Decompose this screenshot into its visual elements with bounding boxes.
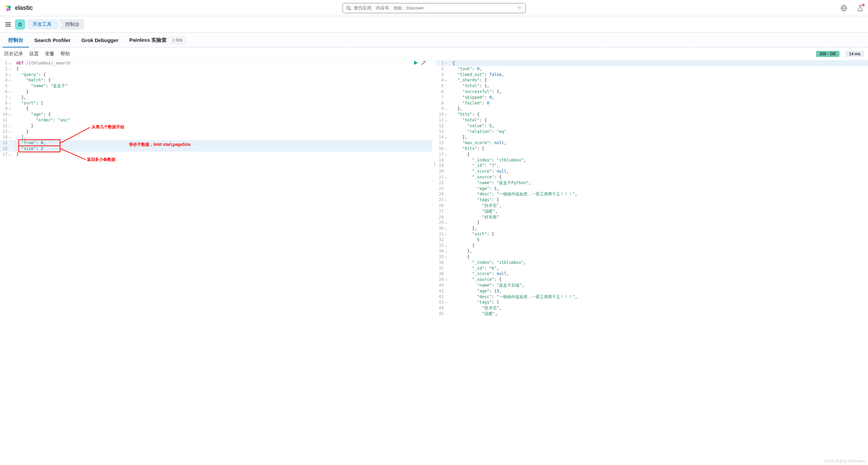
code-line: 18 "_index": "itbluebox", <box>436 157 868 163</box>
code-line[interactable]: 15 "from": 0, <box>0 140 432 146</box>
code-line: 37 "_id": "6", <box>436 266 868 271</box>
code-line[interactable]: 10▾ "age": { <box>0 112 432 117</box>
code-line: 38 "_score": null, <box>436 271 868 277</box>
response-status: 200 - OK <box>816 51 839 57</box>
code-line: 41 "age": 13, <box>436 288 868 294</box>
svg-point-2 <box>6 8 9 11</box>
code-line[interactable]: 14▴ ], <box>0 134 432 140</box>
tab-painless-lab[interactable]: Painless 实验室 公测版 <box>124 33 191 47</box>
svg-point-0 <box>6 5 8 8</box>
code-line: 16▾ "hits": [ <box>436 146 868 152</box>
code-line[interactable]: 11 "order": "asc" <box>0 117 432 123</box>
svg-point-1 <box>8 5 11 8</box>
code-line: 43▾ "tags": [ <box>436 299 868 305</box>
code-line: 11▾ "total": { <box>436 117 868 123</box>
response-time: 14 ms <box>846 51 864 57</box>
search-placeholder: 查找应用、内容等。例如：Discover <box>354 5 424 11</box>
code-line[interactable]: 1▾GET /itbluebox/_search <box>0 60 432 66</box>
toolbar-history[interactable]: 历史记录 <box>4 51 23 57</box>
code-line: 21▾ "_source": { <box>436 174 868 180</box>
code-line[interactable]: 12▴ } <box>0 123 432 129</box>
svg-line-5 <box>349 9 351 10</box>
code-line: 34▴ }, <box>436 248 868 254</box>
code-line: 26 "技术宅", <box>436 203 868 209</box>
code-line: 1▾{ <box>436 60 868 66</box>
toolbar-variables[interactable]: 变量 <box>45 51 54 57</box>
code-line: 35▾ { <box>436 254 868 260</box>
code-line: 12 "value": 5, <box>436 123 868 129</box>
code-line: 29▴ ] <box>436 220 868 226</box>
code-line: 42 "desc": "一顿操作猛如虎，一看工资两千五！！！", <box>436 294 868 300</box>
nav-toggle-icon[interactable] <box>4 20 12 28</box>
code-line: 33▴ ] <box>436 243 868 249</box>
code-line[interactable]: 2▾{ <box>0 66 432 72</box>
response-viewer[interactable]: 1▾{2 "took": 0,3 "timed_out": false,4▾ "… <box>436 60 868 465</box>
space-selector[interactable]: D <box>15 19 25 30</box>
code-line[interactable]: 4▾ "match": { <box>0 77 432 83</box>
newsfeed-icon[interactable] <box>840 4 848 12</box>
elastic-logo[interactable]: elastic <box>4 4 33 12</box>
request-editor[interactable]: 1▾GET /itbluebox/_search2▾{3▾ "query": {… <box>0 60 432 465</box>
request-code[interactable]: 1▾GET /itbluebox/_search2▾{3▾ "query": {… <box>0 60 432 157</box>
dev-tools-tabs: 控制台 Search Profiler Grok Debugger Painle… <box>0 33 868 47</box>
code-line: 23 "age": 5, <box>436 186 868 192</box>
code-line: 7 "skipped": 0, <box>436 95 868 100</box>
tab-grok-debugger[interactable]: Grok Debugger <box>76 33 124 47</box>
toolbar-settings[interactable]: 设置 <box>29 51 39 57</box>
code-line: 40 "name": "蓝盒子后端", <box>436 283 868 288</box>
search-shortcut: ^/ <box>517 5 522 11</box>
code-line: 22 "name": "蓝盒子Python", <box>436 180 868 186</box>
code-line: 9▴ }, <box>436 106 868 112</box>
tab-console[interactable]: 控制台 <box>3 33 29 47</box>
code-line[interactable]: 3▾ "query": { <box>0 72 432 78</box>
watermark: CSDN @蓝盒子itbluebox <box>824 459 865 464</box>
svg-marker-12 <box>414 61 418 65</box>
annotation-label-from: 从第几个数据开始 <box>92 124 124 130</box>
code-line: 10▾ "hits": { <box>436 112 868 117</box>
svg-point-3 <box>9 8 11 11</box>
breadcrumb-row: D 开发工具 控制台 <box>0 16 868 33</box>
code-line: 45 "温暖", <box>436 311 868 317</box>
svg-point-4 <box>347 6 350 9</box>
code-line: 32 5 <box>436 237 868 243</box>
console-editors: 1▾GET /itbluebox/_search2▾{3▾ "query": {… <box>0 60 868 465</box>
beta-badge: 公测版 <box>169 37 185 44</box>
code-line: 15 "max_score": null, <box>436 140 868 146</box>
breadcrumb-console[interactable]: 控制台 <box>58 19 84 30</box>
code-line: 44 "技术宅", <box>436 305 868 311</box>
code-line: 39▾ "_source": { <box>436 277 868 283</box>
code-line: 4▾ "_shards": { <box>436 77 868 83</box>
code-line: 2 "took": 0, <box>436 66 868 72</box>
code-line[interactable]: 13▴ } <box>0 129 432 135</box>
code-line[interactable]: 8▾ "sort": [ <box>0 100 432 106</box>
breadcrumb-devtools[interactable]: 开发工具 <box>28 19 56 30</box>
request-options-icon[interactable] <box>421 60 426 67</box>
global-search[interactable]: 查找应用、内容等。例如：Discover ^/ <box>343 3 526 13</box>
code-line: 5 "total": 1, <box>436 83 868 89</box>
code-line: 8 "failed": 0 <box>436 100 868 106</box>
code-line[interactable]: 16 "size": 2 <box>0 146 432 152</box>
search-icon <box>346 6 351 11</box>
code-line[interactable]: 17▴} <box>0 152 432 157</box>
code-line[interactable]: 5 "name": "蓝盒子" <box>0 83 432 89</box>
elastic-logo-icon <box>4 4 12 12</box>
annotation-label-limit: 等价于数据，limit start,pageSize <box>129 142 190 148</box>
toolbar-help[interactable]: 帮助 <box>60 51 70 57</box>
console-toolbar: 历史记录 设置 变量 帮助 200 - OK 14 ms <box>0 47 868 60</box>
code-line[interactable]: 6▴ } <box>0 89 432 95</box>
annotation-label-size: 返回多少条数据 <box>87 157 115 162</box>
code-line: 19 "_id": "7", <box>436 163 868 169</box>
tab-search-profiler[interactable]: Search Profiler <box>29 33 76 47</box>
code-line: 14▴ }, <box>436 134 868 140</box>
code-line: 27 "温暖", <box>436 209 868 214</box>
pane-resize-handle[interactable] <box>432 60 436 465</box>
code-line: 28 "好东西" <box>436 214 868 220</box>
code-line: 20 "_score": null, <box>436 169 868 174</box>
code-line: 30▴ }, <box>436 226 868 231</box>
code-line[interactable]: 9▾ { <box>0 106 432 112</box>
code-line: 24 "desc": "一顿操作猛如虎，一看工资两千五！！！", <box>436 191 868 197</box>
beaker-icon[interactable] <box>856 4 864 12</box>
code-line[interactable]: 7▴ }, <box>0 95 432 100</box>
send-request-icon[interactable] <box>413 60 418 67</box>
notification-dot <box>862 4 865 6</box>
